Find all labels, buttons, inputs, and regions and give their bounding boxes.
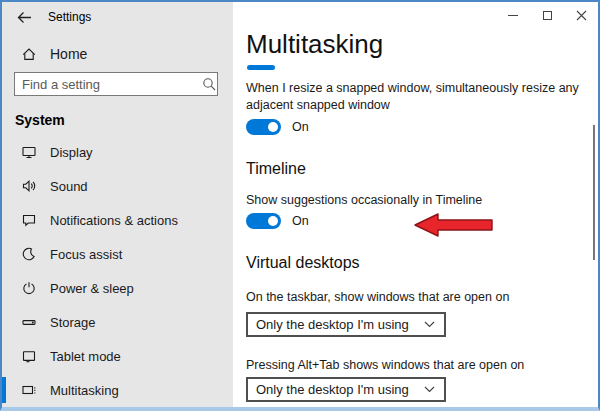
- timeline-suggestions-toggle[interactable]: [246, 213, 281, 229]
- search-input[interactable]: [15, 77, 198, 92]
- snap-toggle-state: On: [292, 120, 309, 134]
- window-controls: [496, 2, 598, 28]
- sidebar-item-storage[interactable]: Storage: [2, 305, 233, 339]
- app-title: Settings: [48, 10, 91, 24]
- minimize-icon: [508, 15, 518, 16]
- sidebar-item-multitasking[interactable]: Multitasking: [2, 373, 233, 407]
- sidebar-section-label: System: [15, 112, 65, 128]
- alt-tab-windows-select-value: Only the desktop I'm using: [256, 382, 409, 397]
- close-button[interactable]: [564, 2, 598, 28]
- multitasking-icon: [21, 382, 37, 398]
- sidebar-item-label: Multitasking: [50, 383, 119, 398]
- title-accent-bar: [247, 65, 275, 70]
- sidebar-item-focus-assist[interactable]: Focus assist: [2, 237, 233, 271]
- timeline-heading: Timeline: [246, 160, 306, 178]
- sidebar-item-tablet-mode[interactable]: Tablet mode: [2, 339, 233, 373]
- sidebar-item-sound[interactable]: Sound: [2, 169, 233, 203]
- power-icon: [21, 280, 37, 296]
- home-label: Home: [50, 46, 87, 62]
- crescent-moon-icon: [21, 246, 37, 262]
- snap-setting-label: When I resize a snapped window, simultan…: [246, 80, 600, 114]
- page-title: Multitasking: [246, 29, 383, 60]
- display-icon: [21, 144, 37, 160]
- snap-resize-toggle[interactable]: [246, 119, 281, 135]
- speaker-icon: [21, 178, 37, 194]
- titlebar: Settings: [14, 6, 91, 28]
- main-content: Multitasking When I resize a snapped win…: [233, 2, 598, 407]
- taskbar-windows-label: On the taskbar, show windows that are op…: [246, 289, 509, 306]
- back-button[interactable]: [14, 7, 34, 27]
- sidebar-item-label: Storage: [50, 315, 96, 330]
- settings-window: Settings Home System: [0, 0, 600, 411]
- alt-tab-windows-select[interactable]: Only the desktop I'm using: [246, 377, 446, 402]
- search-icon[interactable]: [198, 77, 223, 91]
- alt-tab-windows-label: Pressing Alt+Tab shows windows that are …: [246, 357, 524, 374]
- taskbar-windows-select-value: Only the desktop I'm using: [256, 317, 409, 332]
- minimize-button[interactable]: [496, 2, 530, 28]
- sidebar-item-label: Display: [50, 145, 93, 160]
- chevron-down-icon: [424, 386, 435, 393]
- tablet-icon: [21, 348, 37, 364]
- timeline-suggestions-label: Show suggestions occasionally in Timelin…: [246, 192, 482, 209]
- sidebar-item-home[interactable]: Home: [21, 42, 87, 66]
- sidebar-item-label: Notifications & actions: [50, 213, 178, 228]
- sidebar: Settings Home System: [2, 2, 233, 407]
- sidebar-item-notifications[interactable]: Notifications & actions: [2, 203, 233, 237]
- sidebar-item-label: Focus assist: [50, 247, 122, 262]
- chevron-down-icon: [424, 321, 435, 328]
- sidebar-item-display[interactable]: Display: [2, 135, 233, 169]
- taskbar-windows-select[interactable]: Only the desktop I'm using: [246, 312, 446, 337]
- back-arrow-icon: [17, 11, 32, 24]
- vertical-scrollbar-thumb[interactable]: [593, 125, 595, 260]
- home-icon: [21, 46, 37, 62]
- maximize-button[interactable]: [530, 2, 564, 28]
- notification-bubble-icon: [21, 212, 37, 228]
- red-arrow-annotation: [414, 211, 494, 239]
- sidebar-item-label: Sound: [50, 179, 88, 194]
- sidebar-item-label: Power & sleep: [50, 281, 134, 296]
- close-icon: [576, 10, 587, 21]
- virtual-desktops-heading: Virtual desktops: [246, 254, 360, 272]
- sidebar-nav: Display Sound Notifica: [2, 135, 233, 407]
- maximize-icon: [543, 11, 552, 20]
- timeline-toggle-state: On: [292, 214, 309, 228]
- sidebar-item-power-sleep[interactable]: Power & sleep: [2, 271, 233, 305]
- sidebar-item-label: Tablet mode: [50, 349, 121, 364]
- drive-icon: [21, 314, 37, 330]
- search-box: [14, 72, 218, 96]
